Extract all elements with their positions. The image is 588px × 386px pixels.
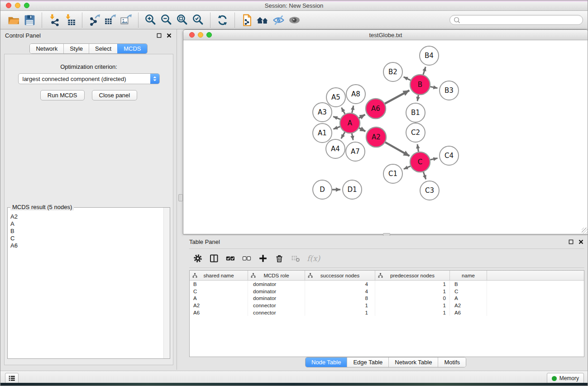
minimize-window-button[interactable]	[15, 3, 20, 8]
table-cell[interactable]: 8	[305, 295, 375, 302]
graph-node-C1[interactable]: C1	[383, 164, 402, 183]
table-cell[interactable]: 0	[375, 295, 450, 302]
graph-edge-A2-C[interactable]	[385, 142, 410, 156]
close-panel-button[interactable]: Close panel	[92, 90, 138, 100]
graph-node-B1[interactable]: B1	[406, 103, 425, 122]
table-cell[interactable]: A	[190, 295, 248, 302]
graph-node-A4[interactable]: A4	[326, 139, 345, 158]
table-cell[interactable]: 1	[375, 288, 450, 295]
close-panel-icon[interactable]	[166, 33, 172, 38]
graph-node-B3[interactable]: B3	[440, 81, 459, 100]
graph-edge-B-B3[interactable]	[430, 87, 438, 88]
settings-gear-icon[interactable]	[193, 253, 203, 263]
result-item[interactable]: A	[10, 220, 163, 228]
table-tab-node-table[interactable]: Node Table	[306, 357, 347, 367]
table-cell[interactable]: B	[450, 281, 487, 288]
graph-node-A1[interactable]: A1	[313, 124, 332, 143]
table-cell[interactable]: 4	[305, 281, 375, 288]
eye-hidden-icon[interactable]	[271, 12, 287, 29]
graph-node-D1[interactable]: D1	[343, 180, 362, 199]
column-header-shared-name[interactable]: shared name	[190, 271, 248, 280]
graph-edge-A-A7[interactable]	[352, 133, 353, 140]
graph-node-C3[interactable]: C3	[420, 181, 439, 200]
column-header-name[interactable]: name	[450, 271, 487, 280]
result-item[interactable]: A2	[10, 213, 163, 220]
add-row-icon[interactable]	[258, 253, 268, 263]
graph-node-C2[interactable]: C2	[406, 123, 425, 142]
graph-edge-A-A3[interactable]	[333, 117, 340, 119]
graph-edge-A-A6[interactable]	[359, 114, 365, 118]
graph-node-C[interactable]: C	[410, 152, 430, 172]
table-row[interactable]: Cdominator41C	[190, 288, 584, 295]
save-session-icon[interactable]	[22, 12, 38, 29]
zoom-selected-icon[interactable]	[190, 12, 206, 29]
refresh-icon[interactable]	[215, 12, 230, 29]
deselect-all-icon[interactable]	[242, 253, 252, 263]
export-image-icon[interactable]	[118, 12, 134, 29]
open-file-icon[interactable]	[6, 12, 22, 29]
table-row[interactable]: A6connector11A6	[190, 309, 584, 316]
table-row[interactable]: Adominator80A	[190, 295, 584, 302]
task-history-button[interactable]	[5, 373, 19, 384]
close-window-button[interactable]	[6, 3, 11, 8]
table-cell[interactable]: 1	[305, 309, 375, 316]
memory-button[interactable]: Memory	[547, 373, 584, 384]
table-cell[interactable]: 4	[305, 288, 375, 295]
column-header-predecessor-nodes[interactable]: predecessor nodes	[375, 271, 450, 280]
graph-edge-A-A4[interactable]	[341, 132, 345, 138]
graph-edge-B-B2[interactable]	[404, 77, 411, 80]
column-header-MCDS-role[interactable]: MCDS role	[248, 271, 305, 280]
zoom-in-icon[interactable]	[143, 12, 158, 29]
graph-node-D[interactable]: D	[313, 180, 332, 199]
import-table-icon[interactable]	[62, 12, 78, 29]
graph-node-B[interactable]: B	[410, 75, 430, 95]
result-item[interactable]: A6	[10, 242, 163, 249]
graph-node-A3[interactable]: A3	[313, 103, 332, 122]
network-graph[interactable]: B4 B2 B B3 A8 A5 A6 B1 A3 A C2 A1 A2 A4 …	[183, 40, 588, 234]
delete-row-icon[interactable]	[274, 253, 284, 263]
graph-edge-C-C4[interactable]	[430, 158, 438, 160]
zoom-fit-icon[interactable]	[174, 12, 190, 29]
graph-node-A[interactable]: A	[340, 113, 360, 133]
table-cell[interactable]: A6	[450, 309, 487, 316]
graph-edge-C-C1[interactable]	[404, 166, 411, 169]
table-cell[interactable]: 1	[375, 302, 450, 309]
graph-edge-A-A5[interactable]	[341, 108, 345, 114]
graph-node-B4[interactable]: B4	[420, 46, 439, 65]
float-table-panel-icon[interactable]	[568, 239, 574, 245]
column-header-successor-nodes[interactable]: successor nodes	[305, 271, 375, 280]
table-cell[interactable]: B	[190, 281, 248, 288]
home-icon[interactable]	[255, 12, 271, 29]
run-mcds-button[interactable]: Run MCDS	[40, 90, 85, 100]
table-tab-motifs[interactable]: Motifs	[438, 357, 466, 367]
table-cell[interactable]: dominator	[248, 295, 305, 302]
graph-edge-B-B1[interactable]	[417, 95, 418, 101]
graph-edge-A-A8[interactable]	[352, 106, 354, 113]
table-cell[interactable]: connector	[248, 302, 305, 309]
table-row[interactable]: Bdominator41B	[190, 281, 584, 288]
function-builder-icon[interactable]: f(x)	[307, 253, 320, 263]
import-network-icon[interactable]	[46, 12, 62, 29]
graph-node-A2[interactable]: A2	[366, 127, 386, 147]
export-table-icon[interactable]	[102, 12, 118, 29]
criterion-dropdown[interactable]: largest connected component (directed)	[18, 73, 160, 84]
graph-edge-A6-B[interactable]	[385, 91, 409, 104]
tab-mcds[interactable]: MCDS	[117, 44, 147, 53]
network-close-button[interactable]	[189, 32, 195, 38]
graph-node-A6[interactable]: A6	[366, 99, 386, 119]
float-panel-icon[interactable]	[156, 33, 162, 38]
zoom-window-button[interactable]	[24, 3, 29, 8]
network-zoom-button[interactable]	[206, 32, 212, 38]
table-cell[interactable]: connector	[248, 309, 305, 316]
node-table[interactable]: shared name MCDS role successor nodes pr…	[189, 270, 584, 357]
zoom-out-icon[interactable]	[158, 12, 174, 29]
table-tab-network-table[interactable]: Network Table	[388, 357, 438, 367]
columns-icon[interactable]	[209, 253, 219, 263]
search-input[interactable]	[461, 15, 583, 24]
table-cell[interactable]: A	[450, 295, 487, 302]
eye-visible-icon[interactable]	[287, 12, 302, 29]
table-cell[interactable]: dominator	[248, 281, 305, 288]
table-row[interactable]: A2connector11A2	[190, 302, 584, 309]
graph-edge-B-B4[interactable]	[423, 67, 425, 75]
table-cell[interactable]: dominator	[248, 288, 305, 295]
